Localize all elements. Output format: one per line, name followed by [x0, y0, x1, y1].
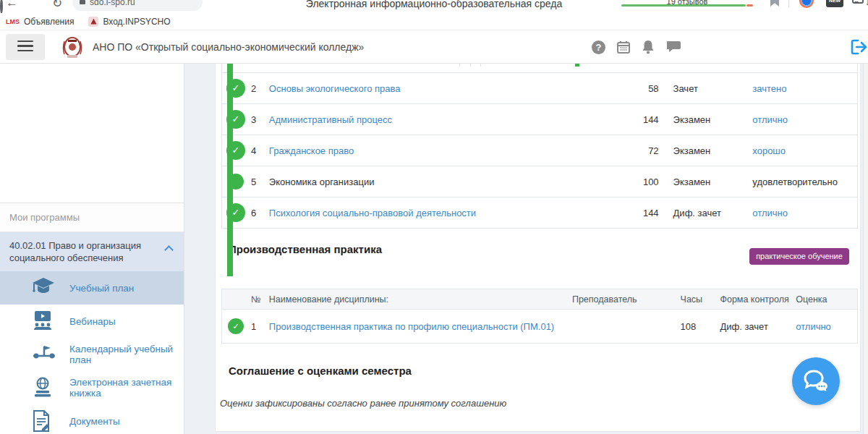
hamburger-icon — [17, 41, 33, 52]
hours-value: 100 — [587, 176, 659, 187]
chat-extension-icon[interactable] — [852, 0, 864, 4]
emblem-favicon — [88, 17, 98, 27]
sidebar-item-label: Документы — [69, 416, 120, 427]
sidebar: Мои программы 40.02.01 Право и организац… — [0, 64, 184, 434]
sidebar-item-label: Календарный учебный план — [69, 344, 184, 365]
row-number: 4 — [251, 145, 269, 156]
chevron-up-icon — [164, 245, 174, 255]
grade-link[interactable]: хорошо — [752, 145, 786, 156]
col-header-grade: Оценка — [796, 294, 857, 305]
check-circle-icon: ✓ — [226, 141, 245, 160]
control-form: Диф. зачет — [673, 208, 753, 218]
header-icons: ? — [592, 40, 681, 54]
app-header: АНО ПО «Открытый социально-экономический… — [0, 30, 868, 64]
college-logo — [61, 35, 84, 60]
page-body: Мои программы 40.02.01 Право и организац… — [0, 64, 868, 434]
practice-table: № Наименование дисциплины: Преподаватель… — [221, 289, 858, 344]
page-scrollbar[interactable] — [863, 64, 868, 434]
calendar-icon[interactable] — [616, 40, 631, 54]
disciplines-table: ✓ 2 Основы экологического права 58 Зачет… — [221, 64, 858, 229]
bookmark-item-inpsycho[interactable]: Вход.INPSYCHO — [88, 17, 170, 27]
control-form: Экзамен — [673, 176, 753, 187]
practice-badge[interactable]: практическое обучение — [749, 248, 849, 265]
table-row-partial — [222, 64, 857, 72]
help-icon[interactable]: ? — [592, 41, 605, 54]
sidebar-scroll-area — [0, 64, 184, 203]
grade-link[interactable]: отлично — [752, 114, 788, 125]
sidebar-section-label: Мои программы — [0, 203, 184, 232]
check-circle-icon: ✓ — [226, 79, 245, 98]
sidebar-item-documents[interactable]: Документы — [0, 404, 184, 434]
check-circle-icon: ✓ — [228, 318, 244, 334]
practice-discipline-link[interactable]: Производственная практика по профилю спе… — [269, 321, 554, 332]
table-row: ✓ 6 Психология социально-правовой деятел… — [222, 197, 857, 228]
sidebar-item-webinars[interactable]: Вебинары — [0, 305, 184, 338]
sidebar-item-calendar-plan[interactable]: Календарный учебный план — [0, 338, 184, 371]
grade-link[interactable]: отлично — [752, 208, 788, 218]
discipline-link[interactable]: Административный процесс — [269, 114, 392, 125]
logout-icon[interactable] — [851, 39, 867, 55]
document-icon — [32, 410, 55, 432]
program-code-line1: 40.02.01 Право и организация — [9, 239, 159, 252]
row-number: 5 — [251, 176, 269, 187]
col-header-hours: Часы — [681, 294, 720, 305]
discipline-link[interactable]: Гражданское право — [269, 145, 354, 156]
bookmark-label: Вход.INPSYCHO — [103, 17, 170, 27]
table-row: ✓ 4 Гражданское право 72 Экзамен хорошо — [222, 135, 857, 166]
content-card: ✓ 2 Основы экологического права 58 Зачет… — [215, 64, 861, 432]
sidebar-item-gradebook[interactable]: Электронная зачетная книжка — [0, 371, 184, 404]
browser-toolbar: ← ↻ sdo.i-spo.ru Электронная информацион… — [0, 0, 868, 13]
check-circle-icon: ✓ — [226, 203, 245, 222]
row-number: 1 — [251, 321, 269, 332]
webinar-icon — [32, 310, 55, 332]
row-number: 2 — [251, 83, 269, 94]
reviews-widget[interactable]: 19 отзывов — [618, 0, 756, 12]
grade-link[interactable]: зачтено — [752, 83, 786, 94]
table-row: ✓ 1 Производственная практика по профилю… — [222, 310, 857, 343]
section-heading-practice: Производственная практика — [229, 243, 382, 255]
download-icon[interactable]: ↓ — [865, 0, 868, 7]
bookmark-item-announcements[interactable]: LMS Объявления — [6, 17, 74, 27]
reviews-rating-bar — [621, 4, 746, 7]
grade-link[interactable]: отлично — [796, 321, 831, 332]
discipline-link[interactable]: Психология социально-правовой деятельнос… — [269, 208, 476, 218]
hours-value: 72 — [587, 145, 659, 156]
table-row: 5 Экономика организации 100 Экзамен удов… — [222, 166, 857, 197]
bookmarks-bar: LMS Объявления Вход.INPSYCHO — [0, 13, 868, 30]
graduation-cap-icon — [32, 277, 55, 299]
col-header-control: Форма контроля — [720, 294, 796, 305]
bell-icon[interactable] — [642, 40, 656, 54]
messages-icon[interactable] — [667, 40, 681, 54]
lms-favicon: LMS — [6, 18, 20, 25]
agreement-note: Оценки зафиксированы согласно ранее прин… — [220, 398, 506, 409]
section-heading-agreement: Соглашение с оценками семестра — [229, 365, 412, 377]
program-code-line2: социального обеспечения — [9, 252, 159, 264]
row-number: 6 — [251, 208, 269, 218]
grade-value: удовлетворительно — [752, 176, 838, 187]
control-form: Экзамен — [673, 145, 753, 156]
control-form: Диф. зачет — [720, 321, 796, 332]
support-chat-button[interactable] — [792, 357, 840, 405]
hours-value: 108 — [681, 321, 720, 332]
chat-bubbles-icon — [802, 369, 830, 393]
organization-name: АНО ПО «Открытый социально-экономический… — [93, 41, 364, 53]
screen: ← ↻ sdo.i-spo.ru Электронная информацион… — [0, 0, 868, 434]
table-header-row: № Наименование дисциплины: Преподаватель… — [222, 289, 857, 310]
control-form: Зачет — [673, 83, 753, 94]
new-badge-icon[interactable]: NEW — [826, 0, 843, 7]
sidebar-item-label: Вебинары — [69, 316, 116, 327]
sidebar-item-curriculum[interactable]: Учебный план — [0, 271, 184, 305]
bookmark-label: Объявления — [24, 17, 74, 27]
table-row: ✓ 3 Административный процесс 144 Экзамен… — [222, 103, 857, 135]
menu-toggle-button[interactable] — [6, 34, 45, 60]
discipline-name: Экономика организации — [269, 176, 375, 187]
progress-dot-icon — [228, 174, 244, 190]
check-circle-icon: ✓ — [226, 110, 245, 129]
discipline-link[interactable]: Основы экологического права — [269, 83, 401, 94]
col-header-teacher: Преподаватель — [572, 294, 681, 305]
sidebar-program-toggle[interactable]: 40.02.01 Право и организация социального… — [0, 232, 184, 271]
control-form: Экзамен — [673, 114, 753, 125]
milestone-icon — [32, 344, 55, 365]
hours-value: 58 — [587, 83, 659, 94]
col-header-num: № — [251, 294, 269, 305]
